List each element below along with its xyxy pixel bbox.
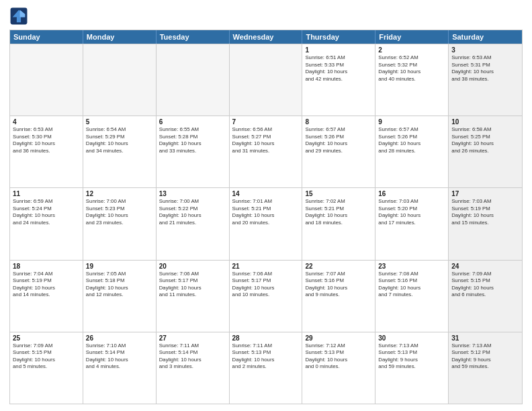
day-cell: 2Sunrise: 6:52 AM Sunset: 5:32 PM Daylig…: [375, 44, 449, 116]
day-number: 27: [159, 334, 226, 342]
day-info: Sunrise: 7:12 AM Sunset: 5:13 PM Dayligh…: [305, 342, 372, 371]
day-number: 9: [378, 118, 445, 126]
day-cell: [10, 44, 83, 116]
calendar: SundayMondayTuesdayWednesdayThursdayFrid…: [9, 30, 523, 404]
day-cell: 12Sunrise: 7:00 AM Sunset: 5:23 PM Dayli…: [83, 188, 157, 259]
day-cell: 20Sunrise: 7:06 AM Sunset: 5:17 PM Dayli…: [157, 261, 230, 332]
day-header-friday: Friday: [375, 30, 449, 44]
day-cell: 5Sunrise: 6:54 AM Sunset: 5:29 PM Daylig…: [83, 116, 157, 187]
day-cell: 11Sunrise: 6:59 AM Sunset: 5:24 PM Dayli…: [10, 188, 83, 259]
day-cell: 7Sunrise: 6:56 AM Sunset: 5:27 PM Daylig…: [230, 116, 303, 187]
day-cell: 14Sunrise: 7:01 AM Sunset: 5:21 PM Dayli…: [230, 188, 303, 259]
day-number: 19: [86, 263, 153, 270]
day-cell: 31Sunrise: 7:13 AM Sunset: 5:12 PM Dayli…: [449, 332, 522, 404]
logo-icon: [9, 7, 28, 26]
day-info: Sunrise: 7:03 AM Sunset: 5:20 PM Dayligh…: [378, 198, 445, 226]
day-cell: 24Sunrise: 7:09 AM Sunset: 5:15 PM Dayli…: [449, 261, 522, 332]
day-number: 8: [305, 118, 372, 126]
day-number: 12: [86, 190, 153, 197]
day-number: 13: [159, 190, 226, 197]
day-info: Sunrise: 6:53 AM Sunset: 5:30 PM Dayligh…: [13, 126, 80, 154]
day-number: 21: [232, 263, 300, 270]
day-info: Sunrise: 7:02 AM Sunset: 5:21 PM Dayligh…: [305, 198, 372, 226]
day-number: 28: [232, 334, 300, 342]
day-number: 7: [232, 118, 300, 126]
day-info: Sunrise: 6:52 AM Sunset: 5:32 PM Dayligh…: [378, 54, 445, 83]
day-header-wednesday: Wednesday: [230, 30, 303, 44]
day-info: Sunrise: 7:00 AM Sunset: 5:23 PM Dayligh…: [86, 198, 153, 226]
day-number: 1: [305, 46, 372, 54]
day-info: Sunrise: 6:53 AM Sunset: 5:31 PM Dayligh…: [451, 54, 519, 83]
day-cell: 10Sunrise: 6:58 AM Sunset: 5:25 PM Dayli…: [449, 116, 522, 187]
day-number: 22: [305, 263, 372, 270]
header: [9, 7, 523, 26]
day-cell: 3Sunrise: 6:53 AM Sunset: 5:31 PM Daylig…: [449, 44, 522, 116]
day-cell: 8Sunrise: 6:57 AM Sunset: 5:26 PM Daylig…: [302, 116, 375, 187]
day-info: Sunrise: 7:05 AM Sunset: 5:18 PM Dayligh…: [86, 271, 153, 299]
day-info: Sunrise: 7:00 AM Sunset: 5:22 PM Dayligh…: [159, 198, 226, 226]
day-header-tuesday: Tuesday: [157, 30, 230, 44]
day-info: Sunrise: 7:13 AM Sunset: 5:12 PM Dayligh…: [451, 342, 519, 371]
day-info: Sunrise: 6:57 AM Sunset: 5:26 PM Dayligh…: [305, 126, 372, 154]
day-info: Sunrise: 7:10 AM Sunset: 5:14 PM Dayligh…: [86, 342, 153, 371]
day-cell: 22Sunrise: 7:07 AM Sunset: 5:16 PM Dayli…: [302, 261, 375, 332]
day-info: Sunrise: 7:01 AM Sunset: 5:21 PM Dayligh…: [232, 198, 300, 226]
day-number: 5: [86, 118, 153, 126]
day-info: Sunrise: 6:56 AM Sunset: 5:27 PM Dayligh…: [232, 126, 300, 154]
day-info: Sunrise: 7:06 AM Sunset: 5:17 PM Dayligh…: [159, 271, 226, 299]
day-info: Sunrise: 6:58 AM Sunset: 5:25 PM Dayligh…: [451, 126, 519, 154]
day-cell: 9Sunrise: 6:57 AM Sunset: 5:26 PM Daylig…: [375, 116, 449, 187]
day-number: 26: [86, 334, 153, 342]
week-row-1: 1Sunrise: 6:51 AM Sunset: 5:33 PM Daylig…: [10, 44, 522, 116]
day-info: Sunrise: 7:09 AM Sunset: 5:15 PM Dayligh…: [13, 342, 80, 371]
page: SundayMondayTuesdayWednesdayThursdayFrid…: [0, 0, 532, 411]
day-cell: 6Sunrise: 6:55 AM Sunset: 5:28 PM Daylig…: [157, 116, 230, 187]
day-cell: [157, 44, 230, 116]
day-number: 3: [451, 46, 519, 54]
day-cell: 16Sunrise: 7:03 AM Sunset: 5:20 PM Dayli…: [375, 188, 449, 259]
day-cell: 29Sunrise: 7:12 AM Sunset: 5:13 PM Dayli…: [302, 332, 375, 404]
day-cell: 28Sunrise: 7:11 AM Sunset: 5:13 PM Dayli…: [230, 332, 303, 404]
day-number: 2: [378, 46, 445, 54]
day-number: 15: [305, 190, 372, 197]
day-cell: 30Sunrise: 7:13 AM Sunset: 5:13 PM Dayli…: [375, 332, 449, 404]
day-cell: 4Sunrise: 6:53 AM Sunset: 5:30 PM Daylig…: [10, 116, 83, 187]
weeks: 1Sunrise: 6:51 AM Sunset: 5:33 PM Daylig…: [10, 44, 522, 404]
week-row-5: 25Sunrise: 7:09 AM Sunset: 5:15 PM Dayli…: [10, 332, 522, 404]
day-number: 10: [451, 118, 519, 126]
day-header-sunday: Sunday: [10, 30, 83, 44]
day-cell: 19Sunrise: 7:05 AM Sunset: 5:18 PM Dayli…: [83, 261, 157, 332]
logo: [9, 7, 31, 26]
day-number: 31: [451, 334, 519, 342]
day-info: Sunrise: 7:06 AM Sunset: 5:17 PM Dayligh…: [232, 271, 300, 299]
day-cell: 25Sunrise: 7:09 AM Sunset: 5:15 PM Dayli…: [10, 332, 83, 404]
day-info: Sunrise: 7:03 AM Sunset: 5:19 PM Dayligh…: [451, 198, 519, 226]
day-header-monday: Monday: [83, 30, 157, 44]
day-number: 20: [159, 263, 226, 270]
day-info: Sunrise: 6:57 AM Sunset: 5:26 PM Dayligh…: [378, 126, 445, 154]
day-number: 25: [13, 334, 80, 342]
day-cell: 13Sunrise: 7:00 AM Sunset: 5:22 PM Dayli…: [157, 188, 230, 259]
day-header-thursday: Thursday: [302, 30, 375, 44]
day-number: 29: [305, 334, 372, 342]
day-info: Sunrise: 6:51 AM Sunset: 5:33 PM Dayligh…: [305, 54, 372, 83]
day-info: Sunrise: 6:54 AM Sunset: 5:29 PM Dayligh…: [86, 126, 153, 154]
day-info: Sunrise: 7:08 AM Sunset: 5:16 PM Dayligh…: [378, 271, 445, 299]
day-info: Sunrise: 6:59 AM Sunset: 5:24 PM Dayligh…: [13, 198, 80, 226]
day-number: 4: [13, 118, 80, 126]
day-info: Sunrise: 6:55 AM Sunset: 5:28 PM Dayligh…: [159, 126, 226, 154]
day-number: 23: [378, 263, 445, 270]
week-row-4: 18Sunrise: 7:04 AM Sunset: 5:19 PM Dayli…: [10, 260, 522, 332]
day-info: Sunrise: 7:09 AM Sunset: 5:15 PM Dayligh…: [451, 271, 519, 299]
day-cell: 27Sunrise: 7:11 AM Sunset: 5:14 PM Dayli…: [157, 332, 230, 404]
day-info: Sunrise: 7:13 AM Sunset: 5:13 PM Dayligh…: [378, 342, 445, 371]
day-number: 16: [378, 190, 445, 197]
day-cell: 17Sunrise: 7:03 AM Sunset: 5:19 PM Dayli…: [449, 188, 522, 259]
week-row-3: 11Sunrise: 6:59 AM Sunset: 5:24 PM Dayli…: [10, 187, 522, 259]
day-number: 17: [451, 190, 519, 197]
day-header-saturday: Saturday: [449, 30, 522, 44]
day-cell: [83, 44, 157, 116]
day-number: 11: [13, 190, 80, 197]
day-info: Sunrise: 7:04 AM Sunset: 5:19 PM Dayligh…: [13, 271, 80, 299]
day-cell: 15Sunrise: 7:02 AM Sunset: 5:21 PM Dayli…: [302, 188, 375, 259]
